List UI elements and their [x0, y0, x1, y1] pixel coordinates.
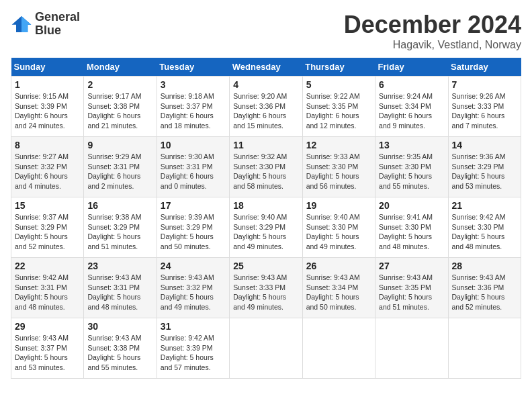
day-cell: 7Sunrise: 9:26 AMSunset: 3:33 PMDaylight… — [448, 77, 521, 137]
day-detail: Sunrise: 9:26 AMSunset: 3:33 PMDaylight:… — [452, 91, 517, 131]
week-row-4: 22Sunrise: 9:42 AMSunset: 3:31 PMDayligh… — [11, 258, 521, 318]
day-number: 24 — [161, 261, 226, 271]
header-cell-wednesday: Wednesday — [230, 58, 302, 77]
day-number: 7 — [452, 79, 517, 90]
month-title: December 2024 — [344, 11, 521, 39]
day-detail: Sunrise: 9:39 AMSunset: 3:29 PMDaylight:… — [161, 212, 226, 252]
day-cell: 8Sunrise: 9:27 AMSunset: 3:32 PMDaylight… — [11, 137, 84, 197]
day-number: 29 — [15, 321, 80, 332]
day-cell: 26Sunrise: 9:43 AMSunset: 3:34 PMDayligh… — [302, 258, 375, 318]
day-number: 9 — [87, 140, 152, 150]
day-cell: 3Sunrise: 9:18 AMSunset: 3:37 PMDaylight… — [157, 77, 229, 137]
day-detail: Sunrise: 9:20 AMSunset: 3:36 PMDaylight:… — [233, 91, 298, 131]
day-cell — [448, 318, 521, 379]
day-cell — [230, 318, 302, 379]
day-number: 21 — [452, 200, 517, 211]
day-number: 20 — [379, 200, 444, 211]
day-detail: Sunrise: 9:40 AMSunset: 3:30 PMDaylight:… — [306, 212, 371, 252]
week-row-5: 29Sunrise: 9:43 AMSunset: 3:37 PMDayligh… — [11, 318, 521, 379]
day-detail: Sunrise: 9:36 AMSunset: 3:29 PMDaylight:… — [452, 152, 517, 191]
day-number: 19 — [306, 200, 371, 211]
day-cell: 23Sunrise: 9:43 AMSunset: 3:31 PMDayligh… — [84, 258, 157, 318]
day-cell: 4Sunrise: 9:20 AMSunset: 3:36 PMDaylight… — [230, 77, 302, 137]
header: General Blue December 2024 Hagavik, Vest… — [11, 11, 521, 51]
header-cell-saturday: Saturday — [448, 58, 521, 77]
day-detail: Sunrise: 9:43 AMSunset: 3:34 PMDaylight:… — [306, 273, 371, 312]
subtitle: Hagavik, Vestland, Norway — [344, 39, 521, 51]
day-detail: Sunrise: 9:43 AMSunset: 3:37 PMDaylight:… — [15, 333, 80, 373]
day-cell: 10Sunrise: 9:30 AMSunset: 3:31 PMDayligh… — [157, 137, 229, 197]
day-cell: 20Sunrise: 9:41 AMSunset: 3:30 PMDayligh… — [375, 197, 448, 258]
day-number: 11 — [233, 140, 298, 150]
day-number: 1 — [15, 79, 80, 90]
day-cell: 13Sunrise: 9:35 AMSunset: 3:30 PMDayligh… — [375, 137, 448, 197]
day-cell: 19Sunrise: 9:40 AMSunset: 3:30 PMDayligh… — [302, 197, 375, 258]
day-cell: 24Sunrise: 9:43 AMSunset: 3:32 PMDayligh… — [157, 258, 229, 318]
day-number: 26 — [306, 261, 371, 271]
day-detail: Sunrise: 9:42 AMSunset: 3:39 PMDaylight:… — [161, 333, 226, 373]
logo-line1: General — [35, 11, 80, 24]
day-detail: Sunrise: 9:43 AMSunset: 3:32 PMDaylight:… — [161, 273, 226, 312]
day-number: 18 — [233, 200, 298, 211]
day-detail: Sunrise: 9:33 AMSunset: 3:30 PMDaylight:… — [306, 152, 371, 191]
day-cell: 25Sunrise: 9:43 AMSunset: 3:33 PMDayligh… — [230, 258, 302, 318]
day-number: 8 — [15, 140, 80, 150]
day-detail: Sunrise: 9:37 AMSunset: 3:29 PMDaylight:… — [15, 212, 80, 252]
header-cell-friday: Friday — [375, 58, 448, 77]
day-number: 10 — [161, 140, 226, 150]
day-detail: Sunrise: 9:24 AMSunset: 3:34 PMDaylight:… — [379, 91, 444, 131]
day-cell: 12Sunrise: 9:33 AMSunset: 3:30 PMDayligh… — [302, 137, 375, 197]
day-cell: 5Sunrise: 9:22 AMSunset: 3:35 PMDaylight… — [302, 77, 375, 137]
day-number: 25 — [233, 261, 298, 271]
calendar-body: 1Sunrise: 9:15 AMSunset: 3:39 PMDaylight… — [11, 77, 521, 379]
day-number: 17 — [161, 200, 226, 211]
logo: General Blue — [11, 11, 80, 38]
day-number: 12 — [306, 140, 371, 150]
header-cell-monday: Monday — [84, 58, 157, 77]
day-detail: Sunrise: 9:43 AMSunset: 3:36 PMDaylight:… — [452, 273, 517, 312]
day-cell: 14Sunrise: 9:36 AMSunset: 3:29 PMDayligh… — [448, 137, 521, 197]
day-number: 31 — [161, 321, 226, 332]
day-number: 30 — [87, 321, 152, 332]
week-row-2: 8Sunrise: 9:27 AMSunset: 3:32 PMDaylight… — [11, 137, 521, 197]
day-cell — [375, 318, 448, 379]
week-row-3: 15Sunrise: 9:37 AMSunset: 3:29 PMDayligh… — [11, 197, 521, 258]
day-cell: 31Sunrise: 9:42 AMSunset: 3:39 PMDayligh… — [157, 318, 229, 379]
header-cell-thursday: Thursday — [302, 58, 375, 77]
day-cell: 16Sunrise: 9:38 AMSunset: 3:29 PMDayligh… — [84, 197, 157, 258]
day-cell: 15Sunrise: 9:37 AMSunset: 3:29 PMDayligh… — [11, 197, 84, 258]
day-number: 23 — [87, 261, 152, 271]
logo-icon — [11, 15, 32, 34]
day-detail: Sunrise: 9:43 AMSunset: 3:33 PMDaylight:… — [233, 273, 298, 312]
day-cell: 6Sunrise: 9:24 AMSunset: 3:34 PMDaylight… — [375, 77, 448, 137]
day-number: 16 — [87, 200, 152, 211]
day-cell: 22Sunrise: 9:42 AMSunset: 3:31 PMDayligh… — [11, 258, 84, 318]
day-detail: Sunrise: 9:42 AMSunset: 3:31 PMDaylight:… — [15, 273, 80, 312]
day-detail: Sunrise: 9:29 AMSunset: 3:31 PMDaylight:… — [87, 152, 152, 191]
day-number: 27 — [379, 261, 444, 271]
day-number: 3 — [161, 79, 226, 90]
day-detail: Sunrise: 9:43 AMSunset: 3:38 PMDaylight:… — [87, 333, 152, 373]
week-row-1: 1Sunrise: 9:15 AMSunset: 3:39 PMDaylight… — [11, 77, 521, 137]
day-detail: Sunrise: 9:43 AMSunset: 3:31 PMDaylight:… — [87, 273, 152, 312]
day-cell: 21Sunrise: 9:42 AMSunset: 3:30 PMDayligh… — [448, 197, 521, 258]
day-number: 22 — [15, 261, 80, 271]
title-area: December 2024 Hagavik, Vestland, Norway — [344, 11, 521, 51]
day-cell: 17Sunrise: 9:39 AMSunset: 3:29 PMDayligh… — [157, 197, 229, 258]
day-number: 2 — [87, 79, 152, 90]
day-detail: Sunrise: 9:18 AMSunset: 3:37 PMDaylight:… — [161, 91, 226, 131]
day-detail: Sunrise: 9:42 AMSunset: 3:30 PMDaylight:… — [452, 212, 517, 252]
day-detail: Sunrise: 9:32 AMSunset: 3:30 PMDaylight:… — [233, 152, 298, 191]
day-number: 28 — [452, 261, 517, 271]
day-cell: 29Sunrise: 9:43 AMSunset: 3:37 PMDayligh… — [11, 318, 84, 379]
day-detail: Sunrise: 9:35 AMSunset: 3:30 PMDaylight:… — [379, 152, 444, 191]
day-detail: Sunrise: 9:38 AMSunset: 3:29 PMDaylight:… — [87, 212, 152, 252]
day-cell: 27Sunrise: 9:43 AMSunset: 3:35 PMDayligh… — [375, 258, 448, 318]
day-detail: Sunrise: 9:15 AMSunset: 3:39 PMDaylight:… — [15, 91, 80, 131]
day-number: 14 — [452, 140, 517, 150]
logo-line2: Blue — [35, 24, 80, 38]
day-detail: Sunrise: 9:27 AMSunset: 3:32 PMDaylight:… — [15, 152, 80, 191]
day-number: 6 — [379, 79, 444, 90]
day-cell: 30Sunrise: 9:43 AMSunset: 3:38 PMDayligh… — [84, 318, 157, 379]
day-number: 5 — [306, 79, 371, 90]
